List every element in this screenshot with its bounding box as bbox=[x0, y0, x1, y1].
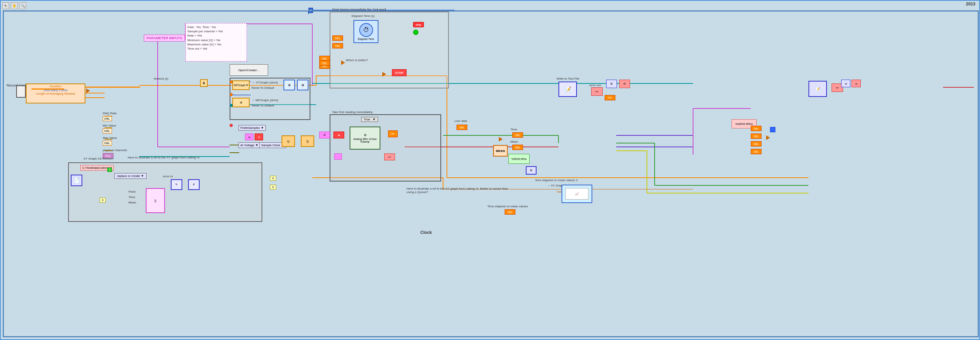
red-sq-1: ■ bbox=[333, 132, 344, 138]
ref-note-2-text: Here to illustrate a ref to the XY graph… bbox=[407, 187, 508, 194]
dbl-cluster-3: DBL bbox=[751, 141, 762, 147]
dbl-cluster-4: DBL bbox=[751, 149, 762, 154]
finite-samples-enum[interactable]: FiniteSamples ▼ bbox=[238, 125, 266, 131]
small-red-1: ⊟ bbox=[619, 80, 630, 88]
zero-const: 0 bbox=[100, 198, 106, 203]
time-elapsed-label: time elapsed vs mean values 2 bbox=[535, 178, 578, 182]
arrow-timing bbox=[341, 60, 345, 65]
format-block-right: %3f%5.5f%s bbox=[508, 154, 530, 164]
pink-sq-1: ⊟ bbox=[319, 132, 330, 138]
elapsed-time-vi: ⏱ Elapsed Time bbox=[353, 20, 378, 43]
port-4 bbox=[230, 124, 233, 127]
time-label: Time bbox=[128, 195, 135, 199]
stop-button[interactable]: stop bbox=[413, 22, 424, 27]
daq-label: Analog Wfm 1Chan NSamp bbox=[350, 138, 380, 143]
clock-label: Clock bbox=[420, 230, 432, 235]
pink-block-reading bbox=[334, 153, 342, 160]
wire-h-1 bbox=[32, 88, 64, 90]
which-is-better-label: Which is better? bbox=[346, 58, 368, 62]
wfgraph-strict-label: WFGraph (strict) bbox=[255, 98, 278, 102]
live-data-label: Live data bbox=[455, 119, 467, 123]
true-label: True bbox=[364, 118, 370, 121]
point-label: Point bbox=[128, 190, 135, 193]
blue-sq-right: ⊞ bbox=[526, 166, 537, 175]
param-inputs-label: PARAMETER IMPUTS bbox=[144, 35, 185, 42]
mean-block: MEAN bbox=[493, 145, 508, 157]
write-text-file-label: Write to Text File bbox=[557, 77, 579, 80]
replace-create-label: replace or create bbox=[117, 174, 140, 178]
dbl-cluster-1: DBL bbox=[751, 126, 762, 131]
toolbar: ↖ ✋ 🔍 bbox=[2, 2, 26, 9]
stop-block: STOP bbox=[392, 69, 407, 76]
dbl-block-2: DBL bbox=[332, 43, 343, 48]
daq-rate-label: DAQ Rate bbox=[103, 112, 117, 115]
pink-sm-1: ⊞ bbox=[245, 133, 253, 140]
blue-small-fr-1: ⊞ bbox=[841, 80, 850, 87]
blue-indicator-right bbox=[770, 127, 775, 132]
error-reading-block: err bbox=[384, 153, 395, 160]
reading-box-label: Take first reading immediately bbox=[332, 110, 373, 114]
min-value-label: Min Value bbox=[103, 124, 116, 127]
blue-block-mid: ⊞ bbox=[283, 80, 295, 90]
arrow-right-1 bbox=[86, 88, 90, 93]
min-value-val[interactable]: DBL bbox=[103, 128, 112, 133]
timing-box: Start timing immediate for 2nd read Elap… bbox=[330, 12, 449, 88]
wfgraph-label: WFGraph R bbox=[234, 84, 248, 87]
xygraph-label: XYGraph (strict) bbox=[256, 81, 278, 84]
ai-voltage-label: AI Voltage bbox=[240, 143, 254, 147]
wfgraph-block: WFGraph R bbox=[232, 80, 250, 90]
dbl-block-top-left: DBL bbox=[319, 60, 330, 66]
red-small-fr-1: ⊟ bbox=[852, 80, 861, 87]
fileio-box: C:\TestDataCollect.txt 📄 T replace or cr… bbox=[68, 162, 262, 222]
queue-block-1: Q bbox=[282, 135, 295, 147]
hand-tool-icon[interactable]: ✋ bbox=[11, 2, 18, 9]
timer-block: S bbox=[200, 79, 208, 87]
format-str-text: %3f%5.5f%s bbox=[735, 122, 753, 126]
text-display-content: Date : %s, Time : %s Sample per channel … bbox=[187, 25, 245, 51]
time-mean-label: Time elapsed vs mean values bbox=[487, 205, 528, 208]
duration-label: Duration bbox=[27, 84, 85, 88]
xy-graph-ref-label: XY Graph Ctl Refnum bbox=[83, 157, 113, 160]
wfgraph-block-2: ⊞ bbox=[232, 98, 250, 107]
write-file-block: 📝 bbox=[558, 82, 577, 97]
blue-block-mid-2: ⊞ bbox=[297, 80, 308, 90]
port-2 bbox=[230, 93, 233, 96]
replace-create-enum[interactable]: replace or create ▼ bbox=[114, 173, 147, 179]
finite-samples-label: FiniteSamples bbox=[240, 126, 260, 130]
run-led bbox=[413, 30, 418, 35]
arrow-tool-icon[interactable]: ↖ bbox=[2, 2, 9, 9]
clock-icon: ⏱ bbox=[359, 23, 373, 37]
length-avg-window-label: Length of Averaging Window bbox=[27, 92, 85, 95]
window-title: 2013 bbox=[966, 2, 975, 6]
max-value-label: Max Value bbox=[103, 136, 117, 140]
zero-const-2: 0 bbox=[270, 176, 276, 181]
red-sm-1: ⊟ bbox=[255, 133, 263, 140]
dbl-cluster-2: DBL bbox=[751, 133, 762, 139]
wire-h-2 bbox=[86, 87, 140, 88]
small-blue-1: ⊞ bbox=[606, 80, 617, 88]
mean-text: MEAN bbox=[496, 149, 505, 153]
port-1 bbox=[230, 80, 233, 83]
time-dbl: DBL bbox=[512, 132, 523, 138]
xy-arrow: → bbox=[252, 80, 255, 84]
live-data-dbl: DBL bbox=[457, 125, 467, 130]
daq-dbl-block: DBL bbox=[388, 130, 398, 137]
timeout-label: timeout (s) bbox=[154, 77, 168, 80]
mean-right-label: Mean bbox=[510, 140, 518, 143]
mean-label: Mean bbox=[128, 201, 136, 204]
n-terminal: N bbox=[308, 8, 313, 13]
zoom-tool-icon[interactable]: 🔍 bbox=[19, 2, 26, 9]
error-out-label: error out bbox=[589, 83, 601, 87]
max-value-val[interactable]: DBL bbox=[103, 141, 112, 146]
write-block-1: ✎ bbox=[171, 179, 182, 190]
mean-dbl: DBL bbox=[512, 145, 523, 150]
daq-rate-val[interactable]: DBL bbox=[103, 116, 112, 121]
true-selector[interactable]: True ▼ bbox=[361, 117, 378, 122]
text-display-box: Date : %s, Time : %s Sample per channel … bbox=[185, 23, 247, 62]
arrow-right-cluster bbox=[766, 135, 770, 140]
format-string: %3f%5.5f%s bbox=[512, 158, 527, 160]
ai-voltage-enum[interactable]: AI Voltage ▼ bbox=[238, 142, 262, 148]
ref-note-label: Here to illustrate a ref to the XY graph… bbox=[128, 156, 200, 159]
sample-clock-label: Sample Clock bbox=[261, 143, 280, 147]
main-canvas: 2013 ↖ ✋ 🔍 bbox=[0, 0, 980, 340]
